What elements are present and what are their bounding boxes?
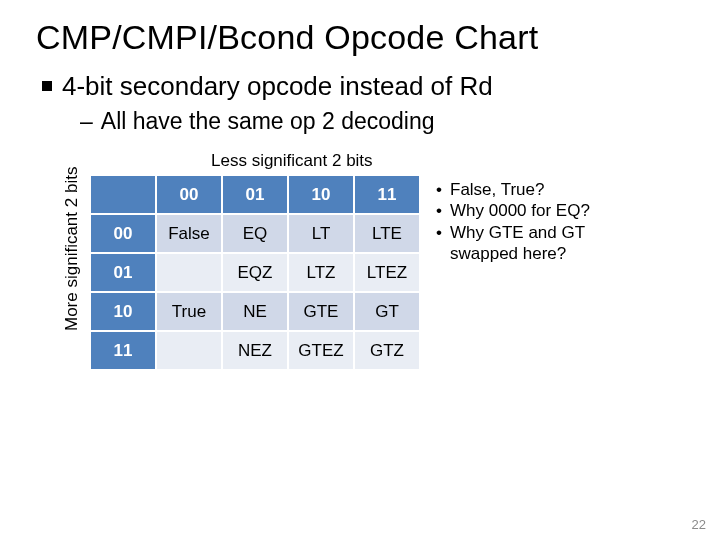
table-cell: LT [288, 214, 354, 253]
table-cell: NEZ [222, 331, 288, 370]
table-cell: GTEZ [288, 331, 354, 370]
columns-axis-label: Less significant 2 bits [211, 151, 684, 171]
col-header: 00 [156, 175, 222, 214]
table-row: 01 EQZ LTZ LTEZ [90, 253, 420, 292]
table-row: 11 NEZ GTEZ GTZ [90, 331, 420, 370]
table-cell [156, 253, 222, 292]
note-line: •False, True? [436, 179, 590, 200]
row-header: 10 [90, 292, 156, 331]
bullet-dot-icon: • [436, 200, 450, 221]
col-header: 10 [288, 175, 354, 214]
slide: CMP/CMPI/Bcond Opcode Chart 4-bit second… [0, 0, 720, 540]
table-cell: False [156, 214, 222, 253]
bullet-dot-icon [436, 243, 450, 264]
note-text: Why GTE and GT [450, 222, 585, 243]
table-cell: GT [354, 292, 420, 331]
bullet-level-1: 4-bit secondary opcode instead of Rd [42, 71, 684, 102]
slide-title: CMP/CMPI/Bcond Opcode Chart [36, 18, 684, 57]
bullet-level-2: –All have the same op 2 decoding [80, 108, 684, 135]
note-text: False, True? [450, 179, 545, 200]
note-line: swapped here? [436, 243, 590, 264]
table-row: 00 False EQ LT LTE [90, 214, 420, 253]
table-cell: True [156, 292, 222, 331]
square-bullet-icon [42, 81, 52, 91]
opcode-table: 00 01 10 11 00 False EQ LT LTE 01 E [90, 175, 420, 370]
table-cell: LTZ [288, 253, 354, 292]
table-header-row: 00 01 10 11 [90, 175, 420, 214]
table-cell: GTE [288, 292, 354, 331]
opcode-table-region: Less significant 2 bits More significant… [66, 151, 684, 370]
table-and-notes: 00 01 10 11 00 False EQ LT LTE 01 E [66, 175, 684, 370]
table-cell [156, 331, 222, 370]
note-line: •Why 0000 for EQ? [436, 200, 590, 221]
table-cell: LTEZ [354, 253, 420, 292]
row-header: 00 [90, 214, 156, 253]
dash-bullet-icon: – [80, 108, 93, 134]
bullet-dot-icon: • [436, 222, 450, 243]
note-text: Why 0000 for EQ? [450, 200, 590, 221]
note-text: swapped here? [450, 243, 566, 264]
table-cell: EQZ [222, 253, 288, 292]
table-cell: LTE [354, 214, 420, 253]
col-header: 01 [222, 175, 288, 214]
table-cell: EQ [222, 214, 288, 253]
bullet-l2-text: All have the same op 2 decoding [101, 108, 435, 134]
page-number: 22 [692, 517, 706, 532]
corner-cell [90, 175, 156, 214]
rows-axis-label: More significant 2 bits [62, 167, 82, 331]
note-line: •Why GTE and GT [436, 222, 590, 243]
bullet-dot-icon: • [436, 179, 450, 200]
table-cell: NE [222, 292, 288, 331]
table-cell: GTZ [354, 331, 420, 370]
side-notes: •False, True? •Why 0000 for EQ? •Why GTE… [436, 179, 590, 264]
row-header: 01 [90, 253, 156, 292]
bullet-l1-text: 4-bit secondary opcode instead of Rd [62, 71, 493, 101]
row-header: 11 [90, 331, 156, 370]
table-row: 10 True NE GTE GT [90, 292, 420, 331]
col-header: 11 [354, 175, 420, 214]
